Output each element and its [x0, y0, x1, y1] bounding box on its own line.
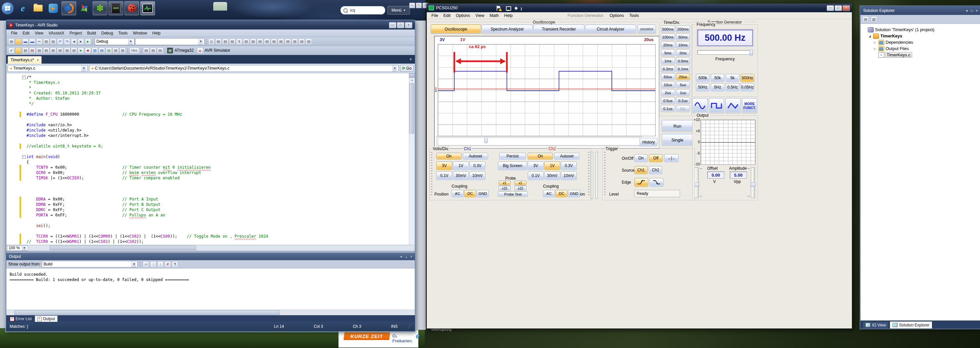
ch1-coupling-ac-button[interactable]: AC [452, 190, 463, 197]
minimize-icon[interactable]: — [827, 5, 834, 11]
file-scope-dropdown[interactable]: ➜ TimerKeys.c▼ [8, 65, 88, 72]
timediv-100ms-button[interactable]: 100ms [661, 34, 675, 40]
document-tab[interactable]: TimerKeys.c*× [8, 56, 42, 64]
background-browser-scrollbar[interactable] [415, 21, 426, 330]
timediv-20ms-button[interactable]: 20ms [661, 42, 675, 48]
panel-tab-io-view[interactable]: IO View [862, 321, 889, 329]
debug-grid-1-icon[interactable]: ▤ [57, 47, 63, 54]
ch2-probe-x10-button[interactable]: x10 [514, 186, 527, 191]
ch2-10mv-button[interactable]: 10mV [561, 171, 577, 180]
mode-tab-circuit-analyzer[interactable]: Circuit Analyzer [585, 24, 636, 34]
timediv-1ms-button[interactable]: 1ms [661, 57, 675, 64]
tree-item-dependencies[interactable]: ▷Dependencies [861, 39, 980, 45]
action-center-icon[interactable] [496, 6, 502, 11]
find-symbol-icon[interactable]: ▤ [229, 38, 235, 45]
ch2-1v-button[interactable]: 1V [544, 161, 560, 170]
horizontal-position-slider[interactable] [436, 136, 642, 146]
ch1-0.3v-button[interactable]: 0.3V [469, 161, 485, 170]
freq-preset-0.05hz-button[interactable]: 0.05Hz [741, 83, 754, 91]
memory-window-icon[interactable]: ▤ [150, 47, 156, 54]
open-output-folder-icon[interactable] [15, 47, 22, 54]
clear-all-icon[interactable]: ✗ [165, 261, 171, 267]
fold-collapse-icon[interactable]: − [22, 75, 26, 79]
panel-tab-solution-explorer[interactable]: Solution Explorer [889, 321, 932, 329]
search-combobox[interactable]: ▼ [135, 38, 205, 45]
doc-pencil-icon[interactable]: ▱ [143, 261, 149, 267]
ch2-30mv-button[interactable]: 30mV [544, 171, 560, 180]
key-yellow-icon[interactable]: ▤ [36, 47, 42, 54]
word-wrap-icon[interactable]: ¶ [172, 261, 178, 267]
pcsgu-scope-taskbar-button[interactable] [140, 1, 155, 15]
maximize-icon[interactable]: □ [416, 3, 422, 8]
toggle-breakpoint-icon[interactable]: ▤ [119, 47, 126, 54]
debug-grid-2-icon[interactable]: ▤ [64, 47, 70, 54]
freq-preset-5k-button[interactable]: 5k [726, 74, 739, 82]
zoom-level-dropdown[interactable]: 100 %▼ [7, 245, 28, 251]
frequency-slider[interactable] [697, 50, 753, 55]
avr-menu-window[interactable]: Window [130, 30, 150, 36]
close-icon[interactable]: × [843, 5, 850, 11]
timediv-20us-button[interactable]: 20us [676, 73, 690, 80]
splitter-handle[interactable] [409, 73, 415, 78]
ch1-3v-button[interactable]: 3V [436, 161, 452, 170]
timediv-5us-button[interactable]: 5us [676, 81, 690, 88]
square-wave-button[interactable] [709, 98, 724, 113]
timediv-500ms-button[interactable]: 500ms [661, 26, 675, 32]
pcsgu-menu-help[interactable]: Help [501, 13, 515, 18]
avr-studio-taskbar-button[interactable]: AVR [108, 1, 123, 15]
start-taskbar-button[interactable] [1, 2, 14, 15]
search-input[interactable] [349, 8, 380, 13]
maximize-icon[interactable]: □ [971, 9, 973, 13]
new-file-icon[interactable]: ▤ [8, 38, 14, 45]
slider-thumb[interactable] [484, 137, 488, 143]
tab-error-list[interactable]: ✗Error List [8, 316, 34, 322]
timediv-200ms-button[interactable]: 200ms [676, 26, 690, 32]
windows-explorer-taskbar-button[interactable] [31, 2, 45, 15]
trigger-source-ch2-button[interactable]: Ch2 [649, 166, 662, 174]
paste-icon[interactable]: ▤ [50, 38, 56, 45]
editor-vertical-scrollbar[interactable]: ▲ [409, 73, 415, 244]
timediv-0.1ms-button[interactable]: 0.1ms [676, 65, 690, 72]
go-button[interactable]: ⟳ Go [400, 65, 414, 72]
pcsgu-menu-math[interactable]: Math [487, 13, 501, 18]
timediv-0.5us-button[interactable]: 0.5us [661, 97, 675, 104]
icq-taskbar-button[interactable]: ✽ [93, 1, 107, 15]
scroll-up-icon[interactable]: ▲ [410, 78, 415, 83]
tree-expander-icon[interactable]: ▷ [873, 47, 877, 50]
ch2-0.3v-button[interactable]: 0.3V [561, 161, 577, 170]
find-icon[interactable]: ◎ [208, 38, 215, 45]
falling-edge-button[interactable] [649, 178, 663, 187]
avr-menu-debug[interactable]: Debug [99, 30, 116, 36]
output-text[interactable]: Build succeeded. ========== Build: 1 suc… [6, 268, 415, 310]
comment-icon[interactable]: ▤ [278, 38, 284, 45]
avr-menu-view[interactable]: View [32, 30, 46, 36]
auto-hide-pin-icon[interactable]: ⊥ [404, 255, 407, 259]
freq-preset-500hz-button[interactable]: 500Hz [741, 74, 754, 82]
avr-title-bar[interactable]: A TimerKeys - AVR Studio — □ × [6, 21, 415, 29]
ch1-coupling-dc-button[interactable]: DC [464, 190, 476, 197]
single-button[interactable]: Single [662, 134, 693, 146]
bolt-icon[interactable]: ↯ [236, 38, 242, 45]
avr-menu-file[interactable]: File [8, 30, 20, 36]
browser-search-box[interactable] [340, 6, 385, 14]
watch-window-icon[interactable]: ▤ [143, 47, 149, 54]
step-over-icon[interactable]: ▤ [92, 47, 98, 54]
messenger-pinwheel-taskbar-button[interactable] [78, 2, 91, 15]
scrollbar-thumb[interactable] [409, 83, 414, 134]
tree-item-timerkeys[interactable]: ◢TimerKeys [861, 33, 980, 39]
indent-decrease-icon[interactable]: ▤ [250, 38, 256, 45]
slider-thumb[interactable] [694, 183, 699, 187]
firefox-taskbar-button[interactable] [62, 1, 76, 15]
show-all-files-icon[interactable]: ▧ [871, 16, 877, 22]
restore-icon[interactable]: □ [397, 22, 404, 28]
debug-grid-3-icon[interactable]: ▤ [71, 47, 77, 54]
tree-item-solution-timerkeys-1-project-[interactable]: Solution 'TimerKeys' (1 project) [861, 27, 980, 33]
uncomment-icon[interactable]: ▤ [285, 38, 291, 45]
ch1-0.1v-button[interactable]: 0.1V [436, 171, 452, 180]
persist-button[interactable]: Persist [499, 153, 526, 160]
close-icon[interactable]: × [405, 22, 412, 28]
line-numbers-icon[interactable]: ▤ [271, 38, 277, 45]
previous-message-icon[interactable]: ↑ [150, 261, 156, 267]
maximize-icon[interactable]: □ [835, 5, 842, 11]
network-icon[interactable] [505, 6, 511, 11]
